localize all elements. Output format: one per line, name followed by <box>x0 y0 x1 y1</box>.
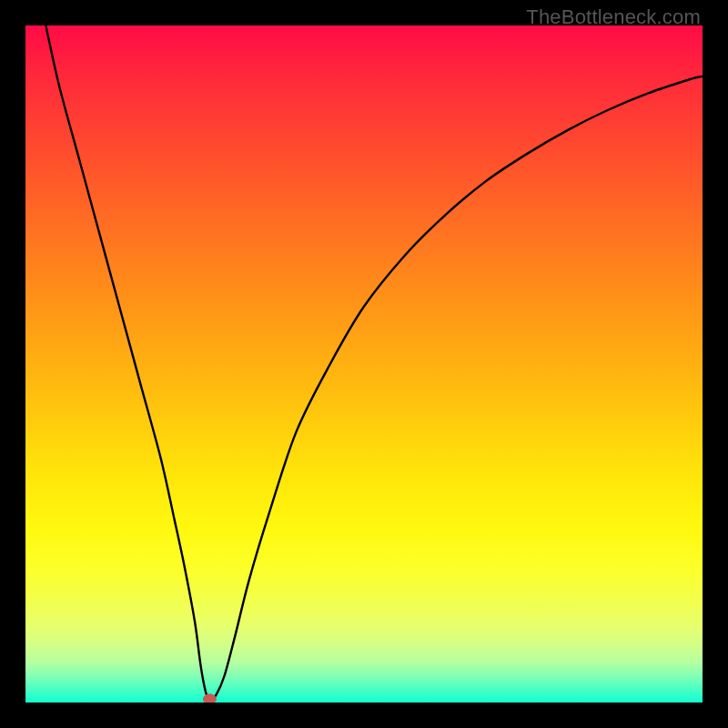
plot-area <box>25 25 703 703</box>
watermark-text: TheBottleneck.com <box>526 5 701 29</box>
chart-frame: TheBottleneck.com <box>0 0 728 728</box>
chart-svg <box>25 25 703 703</box>
bottleneck-curve <box>46 25 703 699</box>
minimum-marker <box>203 694 216 703</box>
